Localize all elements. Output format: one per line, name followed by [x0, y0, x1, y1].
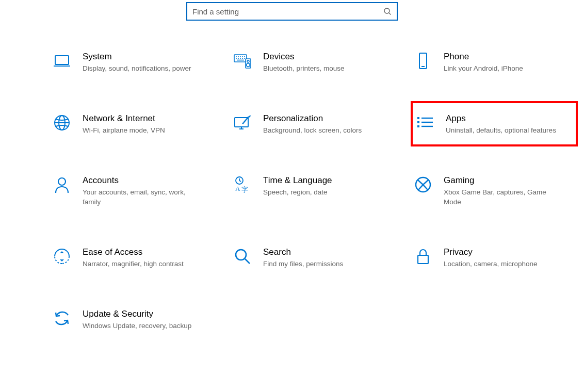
tile-desc: Display, sound, notifications, power — [83, 64, 191, 73]
tile-desc: Find my files, permissions — [263, 259, 343, 269]
tile-title: Accounts — [83, 175, 196, 186]
tile-devices[interactable]: Devices Bluetooth, printers, mouse — [230, 46, 395, 77]
phone-icon — [414, 52, 432, 70]
settings-grid: System Display, sound, notifications, po… — [0, 46, 584, 335]
tile-system[interactable]: System Display, sound, notifications, po… — [50, 46, 215, 77]
svg-line-37 — [239, 181, 241, 182]
tile-title: Devices — [263, 52, 345, 62]
apps-list-icon — [416, 113, 434, 132]
globe-icon — [53, 113, 71, 132]
svg-line-1 — [389, 13, 391, 15]
paint-monitor-icon — [233, 113, 252, 132]
tile-privacy[interactable]: Privacy Location, camera, microphone — [411, 242, 576, 273]
search-icon — [383, 7, 392, 15]
svg-rect-43 — [418, 255, 428, 264]
tile-network[interactable]: Network & Internet Wi-Fi, airplane mode,… — [50, 108, 215, 139]
tile-title: System — [83, 52, 191, 62]
tile-desc: Narrator, magnifier, high contrast — [83, 259, 184, 269]
lock-icon — [414, 247, 432, 266]
tile-title: Search — [263, 247, 343, 257]
magnifier-icon — [233, 247, 252, 266]
tile-title: Network & Internet — [83, 113, 165, 124]
tile-title: Update & Security — [83, 309, 191, 319]
tile-title: Time & Language — [263, 175, 332, 186]
tile-phone[interactable]: Phone Link your Android, iPhone — [411, 46, 576, 77]
tile-desc: Xbox Game Bar, captures, Game Mode — [444, 188, 557, 206]
tile-personalization[interactable]: Personalization Background, lock screen,… — [230, 108, 395, 139]
sync-icon — [53, 309, 71, 328]
svg-rect-30 — [417, 125, 419, 127]
tile-gaming[interactable]: Gaming Xbox Game Bar, captures, Game Mod… — [411, 170, 576, 210]
svg-point-41 — [236, 250, 246, 260]
tile-title: Apps — [446, 113, 556, 124]
svg-rect-2 — [55, 56, 69, 64]
svg-point-34 — [58, 178, 66, 185]
tile-desc: Uninstall, defaults, optional features — [446, 126, 556, 135]
svg-rect-28 — [417, 117, 419, 119]
laptop-icon — [53, 52, 71, 70]
time-language-icon: A 字 — [233, 175, 252, 194]
tile-apps[interactable]: Apps Uninstall, defaults, optional featu… — [411, 101, 578, 146]
svg-text:字: 字 — [241, 186, 248, 193]
svg-rect-29 — [417, 121, 419, 123]
tile-title: Privacy — [444, 247, 538, 257]
tile-desc: Your accounts, email, sync, work, family — [83, 188, 196, 206]
tile-ease-of-access[interactable]: Ease of Access Narrator, magnifier, high… — [50, 242, 215, 273]
keyboard-speaker-icon — [233, 52, 252, 70]
tile-desc: Background, lock screen, colors — [263, 126, 362, 135]
tile-time-language[interactable]: A 字 Time & Language Speech, region, date — [230, 170, 395, 210]
svg-point-0 — [384, 8, 390, 13]
ease-of-access-icon — [53, 247, 71, 266]
tile-title: Personalization — [263, 113, 362, 124]
tile-desc: Wi-Fi, airplane mode, VPN — [83, 126, 165, 135]
tile-title: Ease of Access — [83, 247, 184, 257]
tile-desc: Windows Update, recovery, backup — [83, 321, 191, 331]
search-box[interactable] — [186, 2, 398, 21]
tile-title: Gaming — [444, 175, 557, 186]
tile-title: Phone — [444, 52, 523, 62]
svg-text:A: A — [235, 185, 240, 192]
tile-desc: Speech, region, date — [263, 188, 332, 197]
tile-desc: Location, camera, microphone — [444, 259, 538, 269]
tile-desc: Bluetooth, printers, mouse — [263, 64, 345, 73]
tile-update-security[interactable]: Update & Security Windows Update, recove… — [50, 304, 215, 335]
tile-search[interactable]: Search Find my files, permissions — [230, 242, 395, 273]
person-icon — [53, 175, 71, 194]
search-input[interactable] — [192, 7, 383, 16]
tile-desc: Link your Android, iPhone — [444, 64, 523, 73]
svg-line-42 — [245, 259, 250, 264]
tile-accounts[interactable]: Accounts Your accounts, email, sync, wor… — [50, 170, 215, 210]
svg-point-27 — [242, 123, 244, 124]
xbox-icon — [414, 175, 432, 194]
